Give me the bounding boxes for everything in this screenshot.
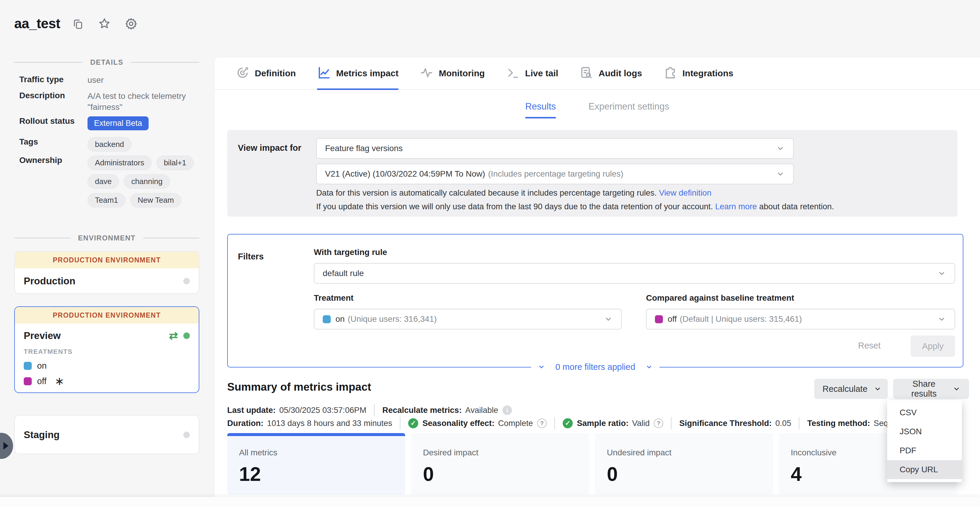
testing-method-value: Seq [873,419,888,428]
chevron-down-icon [937,315,946,324]
chevron-down-icon [604,315,613,324]
metrics-summary-cards: All metrics 12 Desired impact 0 Undesire… [227,433,957,495]
environment-card-staging[interactable]: Staging [14,415,199,454]
tab-monitoring[interactable]: Monitoring [420,57,485,89]
treatments-label: TREATMENTS [15,348,199,356]
menu-item-csv[interactable]: CSV [887,403,962,422]
rollout-status-badge[interactable]: External Beta [88,116,149,130]
recalculate-button[interactable]: Recalculate [814,379,888,399]
baseline-dropdown[interactable]: off (Default | Unique users: 315,461) [646,309,955,330]
owner-chip[interactable]: Team1 [88,193,126,207]
stat-value: 0 [423,463,577,485]
tab-integrations[interactable]: Integrations [663,57,733,89]
star-icon[interactable] [98,17,111,30]
gear-icon[interactable] [124,17,138,30]
owner-chip[interactable]: New Team [130,193,181,207]
details-divider: DETAILS [14,58,199,67]
help-icon[interactable]: ? [654,419,663,428]
status-dot-inactive [183,278,190,284]
filters-label: Filters [238,252,264,261]
tab-definition[interactable]: Definition [236,57,296,89]
status-dot-active [183,332,190,339]
stat-label: Desired impact [423,448,577,458]
tab-metrics-impact[interactable]: Metrics impact [317,57,398,89]
sidebar: aa_test DETAILS Traffic type user Descri… [0,0,214,507]
stat-card-all-metrics[interactable]: All metrics 12 [227,433,405,495]
traffic-type-label: Traffic type [19,75,88,86]
rollout-status-label: Rollout status [19,116,88,130]
tab-label: Monitoring [439,68,485,78]
last-update-value: 05/30/2025 03:57:06PM [279,405,366,415]
tab-live-tail[interactable]: Live tail [506,57,558,89]
horizontal-scroll-strip[interactable] [0,497,980,507]
subtab-experiment-settings[interactable]: Experiment settings [589,101,669,118]
details-header: DETAILS [90,58,123,67]
treatment-filter-label: Treatment [314,293,353,303]
reset-button[interactable]: Reset [858,341,881,351]
copy-icon[interactable] [72,18,84,30]
owner-chip[interactable]: bilal+1 [156,156,194,170]
tags-row: Tags backend [19,137,203,152]
rollout-status-row: Rollout status External Beta [19,116,203,130]
tab-audit-logs[interactable]: Audit logs [579,57,642,89]
tab-bar: Definition Metrics impact Monitoring [215,57,980,90]
sidebar-collapse-toggle[interactable] [0,433,13,459]
impact-source-dropdown[interactable]: Feature flag versions [316,138,794,159]
menu-item-pdf[interactable]: PDF [887,441,962,460]
owner-chip[interactable]: Administrators [88,156,151,170]
significance-value: 0.05 [775,419,791,428]
environment-header: ENVIRONMENT [78,234,135,242]
definition-target-icon [236,66,250,81]
more-filters-toggle[interactable]: 0 more filters applied [531,360,659,374]
tab-label: Definition [255,68,296,78]
environment-card-preview[interactable]: PRODUCTION ENVIRONMENT Preview ⇄ TREATME… [14,306,199,393]
summary-title: Summary of metrics impact [227,381,371,393]
help-icon[interactable]: ? [537,419,547,428]
production-environment-banner: PRODUCTION ENVIRONMENT [15,307,199,324]
treatment-off-swatch [655,315,663,323]
sample-ratio-value: Valid [632,419,649,428]
treatment-dropdown[interactable]: on (Unique users: 316,341) [314,309,622,330]
filters-card: Filters With targeting rule default rule… [227,234,963,367]
treatment-filter-note: (Unique users: 316,341) [348,314,604,324]
menu-item-copy-url[interactable]: Copy URL [887,460,962,479]
apply-button[interactable]: Apply [911,335,955,357]
stat-card-desired-impact[interactable]: Desired impact 0 [411,433,589,495]
tag-chip[interactable]: backend [88,137,131,152]
view-impact-label: View impact for [238,143,301,153]
check-circle-icon: ✓ [408,418,418,428]
tab-label: Integrations [682,68,733,78]
share-results-button[interactable]: Share results [893,379,969,399]
traffic-type-value: user [88,75,203,86]
info-icon[interactable]: i [503,405,512,415]
subtab-results[interactable]: Results [525,101,556,118]
stat-value: 12 [239,463,393,485]
audit-log-search-icon [579,66,593,81]
ownership-row: Ownership Administrators bilal+1 dave ch… [19,156,203,207]
summary-info-line-1: Last update: 05/30/2025 03:57:06PM Recal… [227,404,512,416]
stat-card-undesired-impact[interactable]: Undesired impact 0 [595,433,773,495]
more-filters-label: 0 more filters applied [555,362,635,372]
owner-chip[interactable]: channing [124,174,170,189]
retention-info-suffix: about data retention. [759,202,834,211]
view-definition-link[interactable]: View definition [659,188,711,198]
learn-more-link[interactable]: Learn more [715,202,757,211]
version-note: (Includes percentage targeting rules) [488,169,776,179]
stat-label: Undesired impact [607,448,761,458]
owner-chip[interactable]: dave [88,174,119,189]
treatment-on-swatch [24,362,32,370]
separator [400,417,401,429]
tab-label: Audit logs [598,68,642,78]
environment-card-production[interactable]: PRODUCTION ENVIRONMENT Production [14,251,199,294]
targeting-rule-dropdown[interactable]: default rule [314,263,955,284]
menu-item-json[interactable]: JSON [887,422,962,441]
last-update-label: Last update: [227,405,275,415]
version-dropdown[interactable]: V21 (Active) (10/03/2022 04:59PM To Now)… [316,164,794,184]
separator [554,417,555,429]
recalc-metrics-label: Recalculate metrics: [382,405,462,415]
baseline-note: (Default | Unique users: 315,461) [680,314,937,324]
version-info-line1: Data for this version is automatically c… [316,188,711,198]
treatment-off-row: off ∗ [15,376,199,387]
chevron-down-icon [776,144,785,153]
baseline-value: off [668,314,677,324]
